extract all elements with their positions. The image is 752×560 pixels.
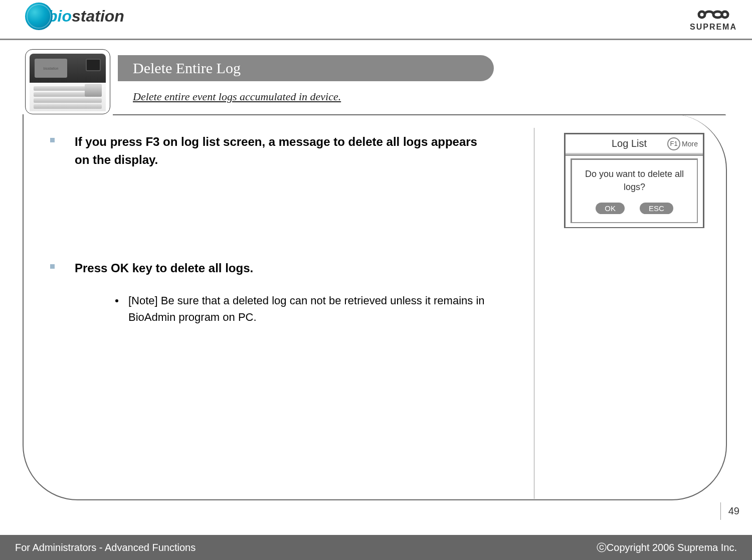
ok-button[interactable]: OK [596,203,625,214]
subtitle: Delete entire event logs accumulated in … [133,90,341,103]
f1-key-icon: F1 [667,137,680,150]
mockup-title: Log List [612,138,647,149]
suprema-logo: SUPREMA [690,8,737,32]
page-number: 49 [720,502,739,520]
page-header: biostation SUPREMA [0,0,752,40]
infinity-icon [696,8,731,22]
bullet-text: If you press F3 on log list screen, a me… [75,133,491,169]
sub-bullet-text: [Note] Be sure that a deleted log can no… [128,292,491,325]
footer-left: For Administrators - Advanced Functions [15,542,196,553]
bullet-item: If you press F3 on log list screen, a me… [50,133,491,169]
bullet-text: Press OK key to delete all logs. [75,259,253,277]
square-bullet-icon [50,264,55,269]
more-label: More [682,140,698,148]
square-bullet-icon [50,138,55,142]
fingerprint-scanner-icon [85,84,102,97]
f1-more-indicator: F1 More [667,137,698,150]
content-area: biostation Delete Entire Log Delete enti… [0,40,752,60]
device-illustration: biostation [25,49,110,114]
esc-button[interactable]: ESC [640,203,673,214]
bullet-item: Press OK key to delete all logs. [50,259,491,277]
sub-bullet-item: [Note] Be sure that a deleted log can no… [115,292,491,325]
biostation-logo: biostation [25,3,124,30]
device-sensor-icon [86,59,101,71]
vertical-divider [534,128,534,499]
suprema-text: SUPREMA [690,23,737,32]
title-bar: Delete Entire Log [118,55,494,81]
fingerprint-swirl-icon [25,3,53,30]
device-screen-icon: biostation [35,59,67,78]
screen-mockup: Log List F1 More Do you want to delete a… [564,133,704,228]
dialog-box: Do you want to delete all logs? OK ESC [571,158,698,223]
mockup-body: Do you want to delete all logs? OK ESC [566,154,703,227]
page-title: Delete Entire Log [133,60,241,77]
footer: For Administrators - Advanced Functions … [0,535,752,560]
dialog-text: Do you want to delete all logs? [577,168,692,193]
body-content: If you press F3 on log list screen, a me… [50,133,491,325]
dot-bullet-icon [115,299,118,302]
footer-right: ⓒCopyright 2006 Suprema Inc. [597,541,737,554]
mockup-header: Log List F1 More [566,134,703,154]
